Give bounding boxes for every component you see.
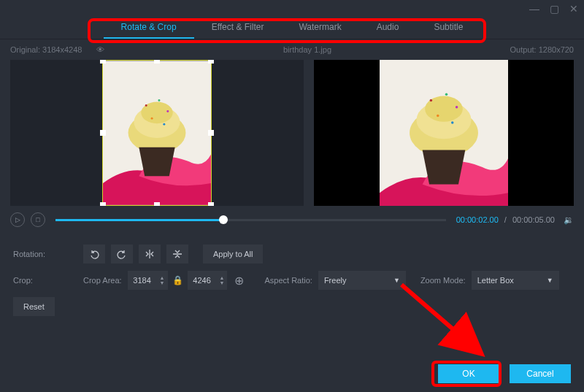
svg-point-8 bbox=[163, 123, 165, 126]
letterbox-left bbox=[314, 60, 380, 206]
rotate-left-icon bbox=[89, 249, 99, 259]
svg-point-15 bbox=[456, 106, 458, 109]
close-icon[interactable]: ✕ bbox=[569, 3, 578, 15]
crop-frame[interactable] bbox=[102, 60, 212, 206]
info-bar: Original: 3184x4248 👁 birthday 1.jpg Out… bbox=[0, 39, 584, 60]
chevron-up-icon[interactable]: ▲ bbox=[220, 275, 225, 280]
rotation-label: Rotation: bbox=[13, 250, 83, 258]
crop-label: Crop: bbox=[13, 276, 83, 285]
svg-point-5 bbox=[158, 99, 160, 101]
flip-horizontal-icon bbox=[145, 249, 155, 259]
playback-bar: ▷ □ 00:00:02.00 / 00:00:05.00 🔉 bbox=[0, 206, 584, 234]
tab-rotate-crop[interactable]: Rotate & Crop bbox=[104, 18, 194, 39]
crop-width-spinner[interactable]: ▲▼ bbox=[128, 271, 168, 290]
svg-point-17 bbox=[451, 121, 454, 124]
filename-label: birthday 1.jpg bbox=[104, 45, 510, 54]
crop-height-spinner[interactable]: ▲▼ bbox=[188, 271, 228, 290]
time-separator: / bbox=[504, 215, 507, 224]
svg-point-6 bbox=[166, 110, 169, 112]
source-image bbox=[103, 61, 211, 205]
preview-row bbox=[0, 60, 584, 206]
rotate-left-button[interactable] bbox=[83, 245, 105, 264]
time-current: 00:00:02.00 bbox=[456, 215, 499, 224]
output-dimensions-label: Output: 1280x720 bbox=[510, 45, 574, 54]
crop-position-icon[interactable]: ⊕ bbox=[234, 274, 244, 288]
flip-vertical-button[interactable] bbox=[166, 245, 188, 264]
rotate-right-icon bbox=[117, 249, 127, 259]
rotate-right-button[interactable] bbox=[111, 245, 133, 264]
letterbox-right bbox=[508, 60, 574, 206]
stop-button[interactable]: □ bbox=[31, 212, 45, 227]
crop-height-input[interactable] bbox=[188, 276, 217, 285]
tab-watermark[interactable]: Watermark bbox=[281, 18, 358, 39]
footer: OK Cancel bbox=[438, 364, 571, 383]
editor-window: — ▢ ✕ Rotate & Crop Effect & Filter Wate… bbox=[0, 0, 584, 392]
zoom-mode-select[interactable]: Letter Box ▼ bbox=[472, 271, 559, 290]
tab-audio[interactable]: Audio bbox=[359, 18, 417, 39]
svg-point-16 bbox=[437, 115, 439, 118]
titlebar: — ▢ ✕ bbox=[0, 0, 584, 18]
aspect-ratio-label: Aspect Ratio: bbox=[264, 276, 312, 285]
minimize-icon[interactable]: — bbox=[529, 3, 539, 15]
play-button[interactable]: ▷ bbox=[10, 212, 25, 227]
lock-icon[interactable]: 🔒 bbox=[172, 275, 183, 285]
svg-point-7 bbox=[151, 118, 153, 120]
svg-point-13 bbox=[430, 99, 433, 102]
eye-icon[interactable]: 👁 bbox=[96, 45, 104, 54]
flip-horizontal-button[interactable] bbox=[139, 245, 161, 264]
zoom-mode-value: Letter Box bbox=[477, 276, 514, 285]
chevron-up-icon[interactable]: ▲ bbox=[160, 275, 165, 280]
controls-section: Rotation: Apply to All Crop: Crop Area: … bbox=[0, 234, 584, 327]
chevron-down-icon: ▼ bbox=[393, 277, 400, 284]
apply-to-all-button[interactable]: Apply to All bbox=[203, 245, 263, 264]
crop-area-label: Crop Area: bbox=[83, 276, 122, 285]
aspect-ratio-value: Freely bbox=[324, 276, 347, 285]
reset-button[interactable]: Reset bbox=[13, 297, 55, 316]
timeline-slider[interactable] bbox=[55, 219, 446, 221]
time-duration: 00:00:05.00 bbox=[512, 215, 555, 224]
tab-effect-filter[interactable]: Effect & Filter bbox=[194, 18, 282, 39]
original-dimensions-label: Original: 3184x4248 bbox=[10, 45, 82, 54]
crop-width-input[interactable] bbox=[128, 276, 157, 285]
cancel-button[interactable]: Cancel bbox=[510, 364, 571, 383]
ok-button[interactable]: OK bbox=[438, 364, 499, 383]
aspect-ratio-select[interactable]: Freely ▼ bbox=[318, 271, 406, 290]
output-preview-pane bbox=[314, 60, 574, 206]
svg-point-4 bbox=[145, 104, 147, 107]
tabs-bar: Rotate & Crop Effect & Filter Watermark … bbox=[0, 18, 584, 39]
original-preview-pane[interactable] bbox=[10, 60, 304, 206]
svg-point-14 bbox=[445, 93, 448, 96]
chevron-down-icon[interactable]: ▼ bbox=[220, 280, 225, 285]
volume-icon[interactable]: 🔉 bbox=[564, 215, 574, 225]
maximize-icon[interactable]: ▢ bbox=[550, 3, 559, 15]
zoom-mode-label: Zoom Mode: bbox=[420, 276, 466, 285]
chevron-down-icon[interactable]: ▼ bbox=[160, 280, 165, 285]
flip-vertical-icon bbox=[172, 249, 182, 259]
tab-subtitle[interactable]: Subtitle bbox=[416, 18, 480, 39]
chevron-down-icon: ▼ bbox=[547, 277, 553, 284]
output-image bbox=[380, 60, 508, 206]
